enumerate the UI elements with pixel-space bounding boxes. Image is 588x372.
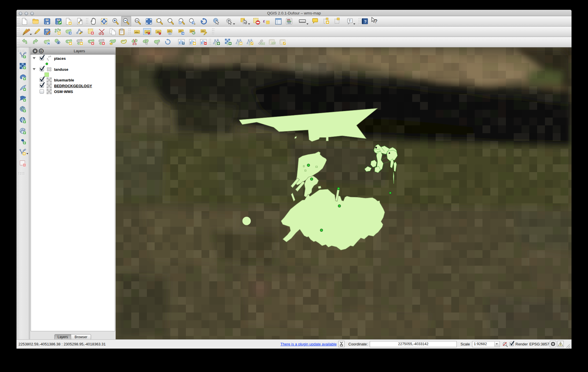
svg-text:1:1: 1:1 xyxy=(136,20,138,22)
svg-text:ε: ε xyxy=(263,18,265,24)
svg-text:?: ? xyxy=(364,19,367,24)
svg-text:T: T xyxy=(349,19,351,23)
svg-text:?: ? xyxy=(374,18,377,24)
